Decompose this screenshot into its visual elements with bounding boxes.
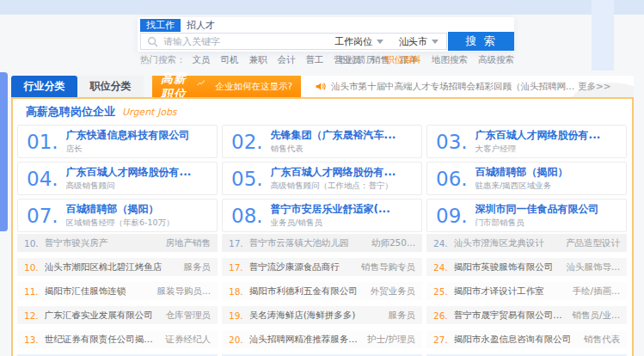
- keyword-search-input[interactable]: 请输入关键字 工作岗位 汕头市: [140, 33, 447, 50]
- quick-link[interactable]: 职位简历: [339, 54, 375, 66]
- chevron-down-icon: [377, 40, 383, 44]
- row-rank-number: 12.: [24, 310, 39, 321]
- card-rank-number: 08.: [231, 205, 263, 227]
- hot-search-term[interactable]: 司机: [221, 54, 239, 64]
- company-link[interactable]: 揭阳市才译设计工作室: [454, 285, 566, 298]
- card-text: 普宁市安居乐业舒适家(... 业务员/销售员: [271, 202, 390, 229]
- company-link[interactable]: 深圳市同一佳食品有限公司: [475, 202, 599, 217]
- company-link[interactable]: 世纪证券有限责任公司揭阳普...: [45, 334, 159, 346]
- urgent-job-card[interactable]: 09. 深圳市同一佳食品有限公司 门市部销售员: [426, 199, 627, 232]
- job-title: 大客户经理: [475, 144, 601, 155]
- job-title: 护士/护理员: [367, 334, 415, 346]
- job-title: 高级销售顾问（工作地点：普宁）: [271, 181, 396, 192]
- job-title: 店长: [66, 144, 190, 155]
- job-category-select[interactable]: 工作岗位: [327, 35, 391, 48]
- job-list-row[interactable]: 27. 揭阳市永盈信息咨询有限公司 销售代表: [426, 330, 627, 348]
- rising-arrow-icon: [197, 79, 205, 88]
- company-link[interactable]: 吴名涛海鲜店(海鲜拼多多): [249, 310, 382, 322]
- row-rank-number: 18.: [229, 286, 243, 297]
- row-rank-number: 17.: [229, 238, 243, 249]
- company-link[interactable]: 汕头市澄海区龙典设计: [454, 237, 559, 249]
- promo-link[interactable]: 企业如何在这显示?: [215, 81, 292, 93]
- job-list-header-row[interactable]: 24. 汕头市澄海区龙典设计 产品造型设计: [426, 234, 627, 252]
- row-rank-number: 25.: [433, 286, 448, 297]
- job-title: 证券经纪人: [166, 334, 212, 346]
- job-list-row[interactable]: 11. 揭阳市汇佳服饰连锁 服装导购员...: [17, 282, 218, 300]
- quick-link[interactable]: 高级搜索: [478, 54, 514, 66]
- job-list-row[interactable]: 12. 广东汇睿实业发展有限公司 仓库管理员: [17, 306, 218, 324]
- hot-search-term[interactable]: 文员: [193, 54, 211, 64]
- company-link[interactable]: 揭阳市汇佳服饰连锁: [45, 285, 150, 298]
- company-link[interactable]: 百城猎聘部（揭阳）: [475, 165, 568, 180]
- high-salary-banner[interactable]: 高薪职位 企业如何在这显示?: [152, 76, 301, 97]
- company-link[interactable]: 揭阳市永盈信息咨询有限公司: [454, 334, 577, 346]
- tab-industry-category[interactable]: 行业分类: [11, 76, 77, 97]
- hot-search-label: 热门搜索：: [140, 54, 186, 66]
- job-list-header-row[interactable]: 10. 普宁市骏兴房产 房地产销售: [17, 234, 218, 252]
- card-text: 广东百城人才网络股份有... 大客户经理: [475, 128, 601, 155]
- urgent-job-card[interactable]: 03. 广东百城人才网络股份有... 大客户经理: [426, 125, 627, 158]
- company-link[interactable]: 广东百城人才网络股份有...: [66, 165, 192, 180]
- job-title: 销售代表: [584, 334, 620, 346]
- job-list-row[interactable]: 13. 世纪证券有限责任公司揭阳普... 证券经纪人: [17, 330, 218, 348]
- company-link[interactable]: 普宁市安居乐业舒适家(...: [271, 202, 390, 217]
- more-link[interactable]: 更多>>: [578, 81, 611, 93]
- hot-search-term[interactable]: 兼职: [249, 54, 267, 64]
- company-link[interactable]: 广东快通信息科技有限公司: [66, 128, 190, 143]
- company-link[interactable]: 普宁市骏兴房产: [45, 237, 159, 249]
- card-text: 广东快通信息科技有限公司 店长: [66, 128, 190, 155]
- urgent-job-card[interactable]: 05. 广东百城人才网络股份有... 高级销售顾问（工作地点：普宁）: [222, 162, 422, 195]
- company-link[interactable]: 先锋集团（广东晟裕汽车...: [271, 128, 396, 143]
- row-rank-number: 24.: [433, 262, 448, 273]
- job-list-column-3: 24. 汕头市澄海区龙典设计 产品造型设计 24. 揭阳市英骏服饰有限公司 汕头…: [426, 234, 627, 356]
- company-link[interactable]: 广东百城人才网络股份有...: [271, 165, 396, 180]
- company-link[interactable]: 揭阳市英骏服饰有限公司: [454, 261, 560, 273]
- company-link[interactable]: 广东百城人才网络股份有...: [475, 128, 601, 143]
- company-link[interactable]: 汕头市潮阳区棉北碧江烤鱼店: [45, 261, 177, 273]
- tab-find-job[interactable]: 找工作: [140, 19, 181, 32]
- job-list-row[interactable]: 20. 汕头招聘网精准推荐服务中心 护士/护理员: [222, 330, 422, 348]
- announcement-bar: 汕头市第十届中高端人才专场招聘会精彩回顾（汕头招聘网... 更多>>: [301, 76, 634, 97]
- job-title: 外贸业务员: [371, 285, 416, 298]
- job-list-row[interactable]: 17. 普宁流沙康源食品商行 销售导购专员: [222, 258, 422, 276]
- urgent-job-card[interactable]: 04. 广东百城人才网络股份有... 高级销售顾问: [17, 162, 218, 195]
- company-link[interactable]: 普宁市云落镇大池幼儿园: [249, 237, 365, 249]
- card-text: 百城猎聘部（揭阳） 区域销售经理（年薪6-10万）: [66, 202, 175, 229]
- job-list-header-row[interactable]: 17. 普宁市云落镇大池幼儿园 幼师250...: [222, 234, 422, 252]
- company-link[interactable]: 百城猎聘部（揭阳）: [66, 202, 175, 217]
- job-list-row[interactable]: 25. 揭阳市才译设计工作室 手绘/插画...: [426, 282, 627, 300]
- company-link[interactable]: 汕头招聘网精准推荐服务中心: [249, 334, 360, 346]
- job-title: 高级销售顾问: [66, 181, 192, 192]
- row-rank-number: 17.: [229, 262, 243, 273]
- search-button[interactable]: 搜 索: [448, 32, 514, 51]
- job-list-row[interactable]: 24. 揭阳市英骏服饰有限公司 汕头服饰导...: [426, 258, 627, 276]
- tab-position-category[interactable]: 职位分类: [77, 76, 144, 97]
- job-title: 服务员: [184, 261, 212, 273]
- company-link[interactable]: 广东汇睿实业发展有限公司: [45, 310, 159, 322]
- city-select[interactable]: 汕头市: [391, 35, 446, 48]
- announcement-text[interactable]: 汕头市第十届中高端人才专场招聘会精彩回顾（汕头招聘网...: [331, 81, 574, 93]
- recruitment-portal-page: 找工作 招人才 请输入关键字 工作岗位 汕头市 搜 索 热门搜索： 文员司机兼职…: [0, 0, 644, 356]
- job-title: 销售代表: [271, 144, 396, 155]
- company-link[interactable]: 揭阳市利德利五金有限公司: [249, 285, 364, 298]
- urgent-job-card[interactable]: 02. 先锋集团（广东晟裕汽车... 销售代表: [222, 125, 422, 158]
- job-list-row[interactable]: 26. 普宁市晟宇贸易有限公司(春... 销售员/业...: [426, 306, 627, 324]
- hot-search-term[interactable]: 普工: [306, 54, 324, 64]
- urgent-job-card[interactable]: 08. 普宁市安居乐业舒适家(... 业务员/销售员: [222, 199, 422, 232]
- job-title: 产品造型设计: [566, 237, 620, 249]
- urgent-job-card[interactable]: 07. 百城猎聘部（揭阳） 区域销售经理（年薪6-10万）: [17, 199, 218, 232]
- job-list-row[interactable]: 18. 揭阳市利德利五金有限公司 外贸业务员: [222, 282, 422, 300]
- company-link[interactable]: 普宁市晟宇贸易有限公司(春...: [454, 310, 566, 322]
- job-list-row[interactable]: 10. 汕头市潮阳区棉北碧江烤鱼店 服务员: [17, 258, 218, 276]
- job-title: 服装导购员...: [156, 285, 211, 298]
- urgent-job-card[interactable]: 01. 广东快通信息科技有限公司 店长: [17, 125, 218, 158]
- company-link[interactable]: 普宁流沙康源食品商行: [249, 261, 354, 273]
- job-list-row[interactable]: 19. 吴名涛海鲜店(海鲜拼多多) 服务员: [222, 306, 422, 324]
- job-title: 销售导购专员: [361, 261, 415, 273]
- urgent-job-card[interactable]: 06. 百城猎聘部（揭阳） 驻惠来/揭西区域业务: [426, 162, 627, 195]
- quick-link[interactable]: 职位百科: [385, 54, 421, 66]
- top-decor-strip: [0, 0, 644, 15]
- tab-recruit-talent[interactable]: 招人才: [181, 19, 221, 32]
- hot-search-term[interactable]: 会计: [278, 54, 296, 64]
- quick-link[interactable]: 地图搜索: [432, 54, 468, 66]
